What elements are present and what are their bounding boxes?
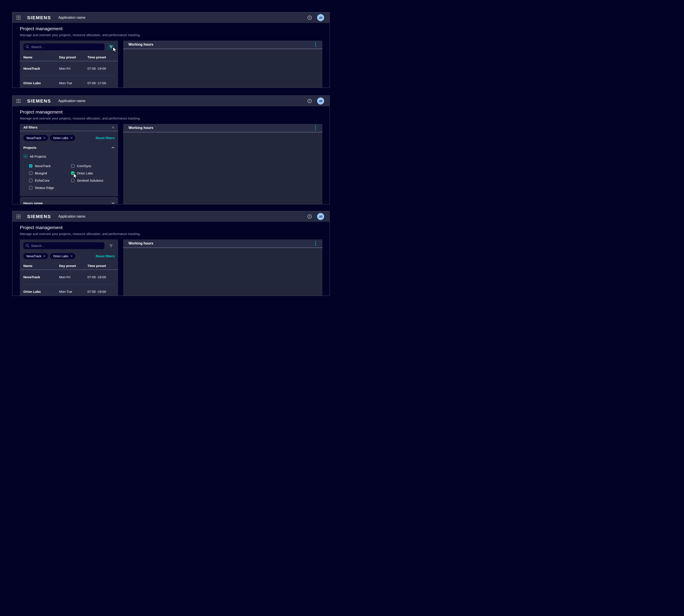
cell-name: NovaTrack bbox=[23, 275, 59, 279]
cell-day: Mon-Fri bbox=[59, 275, 88, 279]
project-checkbox-novatrack[interactable]: NovaTrack bbox=[29, 163, 71, 169]
search-input[interactable] bbox=[23, 242, 105, 249]
avatar[interactable]: JD bbox=[317, 14, 324, 21]
project-checkbox-stratus-edge[interactable]: Stratus Edge bbox=[29, 185, 71, 191]
table-row[interactable]: Orion Labs Mon-Tue 07:00 -17:00 bbox=[23, 75, 115, 88]
all-filters-panel: All filters NovaTrack Orion Labs bbox=[20, 124, 118, 196]
table-row[interactable]: Orion Labs Mon-Tue 07:00 -19:00 bbox=[23, 284, 115, 296]
column-header-name: Name bbox=[23, 264, 59, 268]
working-hours-title: Working hours bbox=[129, 126, 153, 130]
filter-button[interactable] bbox=[107, 242, 115, 249]
checkbox-label: Stratus Edge bbox=[35, 186, 54, 190]
mouse-cursor bbox=[112, 47, 117, 53]
app-header: SIEMENS Application name ? JD bbox=[12, 211, 329, 222]
filter-chip-novatrack[interactable]: NovaTrack bbox=[23, 253, 48, 259]
working-hours-card: Working hours bbox=[123, 41, 322, 88]
projects-section-title: Projects bbox=[23, 146, 36, 150]
table-row[interactable]: NovaTrack Mon-Fri 07:00 -19:00 bbox=[23, 61, 115, 75]
projects-table: Name Day preset Time preset NovaTrack Mo… bbox=[23, 53, 115, 88]
filter-chip-orion-labs[interactable]: Orion Labs bbox=[50, 253, 75, 259]
chevron-down-icon[interactable] bbox=[112, 202, 115, 204]
close-icon[interactable] bbox=[112, 126, 115, 129]
checkbox-label: CoreSync bbox=[77, 164, 91, 168]
chip-label: NovaTrack bbox=[26, 255, 41, 258]
checkbox-label: Orion Labs bbox=[77, 171, 93, 175]
page-subtitle: Manage and oversee your projects, resour… bbox=[20, 33, 322, 37]
siemens-logo: SIEMENS bbox=[27, 214, 51, 219]
app-window-3: SIEMENS Application name ? JD Project ma… bbox=[12, 211, 330, 296]
cell-name: NovaTrack bbox=[23, 67, 59, 70]
cell-name: Orion Labs bbox=[23, 81, 59, 85]
projects-table: Name Day preset Time preset NovaTrack Mo… bbox=[23, 262, 115, 296]
help-icon[interactable]: ? bbox=[307, 16, 312, 20]
checkbox-unchecked-icon[interactable] bbox=[29, 186, 32, 190]
all-filters-title: All filters bbox=[23, 126, 38, 129]
checkbox-label: Sentinel Solutions bbox=[77, 179, 104, 182]
cell-name: Orion Labs bbox=[23, 290, 59, 293]
app-window-1: SIEMENS Application name ? JD Project ma… bbox=[12, 12, 330, 88]
checkbox-indeterminate-icon[interactable] bbox=[24, 155, 27, 158]
page-title: Project management bbox=[20, 26, 322, 31]
svg-text:?: ? bbox=[309, 215, 310, 218]
kebab-menu-icon[interactable] bbox=[314, 126, 317, 130]
table-row[interactable]: NovaTrack Mon-Fri 07:00 -19:00 bbox=[23, 270, 115, 284]
chip-remove-icon[interactable] bbox=[70, 255, 73, 257]
checkbox-unchecked-icon[interactable] bbox=[71, 164, 74, 168]
cell-day: Mon-Tue bbox=[59, 81, 88, 85]
mouse-cursor bbox=[73, 173, 78, 179]
column-header-name: Name bbox=[23, 56, 59, 59]
working-hours-body bbox=[123, 132, 322, 204]
working-hours-body bbox=[123, 49, 322, 88]
reset-filters-link[interactable]: Reset filters bbox=[96, 254, 115, 258]
siemens-logo: SIEMENS bbox=[27, 15, 51, 20]
help-icon[interactable]: ? bbox=[307, 99, 312, 103]
chip-remove-icon[interactable] bbox=[43, 137, 46, 139]
kebab-menu-icon[interactable] bbox=[314, 42, 317, 47]
project-checkbox-echocore[interactable]: EchoCore bbox=[29, 178, 71, 183]
projects-section-header[interactable]: Projects bbox=[23, 145, 115, 151]
hours-range-title: Hours range bbox=[23, 201, 43, 204]
svg-text:?: ? bbox=[309, 16, 310, 19]
checkbox-label: All Projects bbox=[30, 155, 46, 158]
filter-chip-novatrack[interactable]: NovaTrack bbox=[23, 135, 48, 141]
checkbox-unchecked-icon[interactable] bbox=[29, 179, 32, 182]
page-subtitle: Manage and oversee your projects, resour… bbox=[20, 116, 322, 120]
project-checkbox-bluegrid[interactable]: Bluegrid bbox=[29, 171, 71, 176]
application-name: Application name bbox=[59, 16, 86, 20]
chip-remove-icon[interactable] bbox=[70, 137, 73, 139]
avatar[interactable]: JD bbox=[317, 213, 324, 220]
search-icon bbox=[26, 244, 29, 248]
checkbox-unchecked-icon[interactable] bbox=[29, 172, 32, 175]
all-projects-checkbox[interactable]: All Projects bbox=[23, 153, 115, 159]
application-name: Application name bbox=[59, 99, 86, 103]
app-launcher-icon[interactable] bbox=[16, 16, 21, 20]
cell-day: Mon-Fri bbox=[59, 67, 88, 70]
working-hours-title: Working hours bbox=[129, 43, 153, 46]
chevron-up-icon[interactable] bbox=[112, 147, 115, 149]
filter-chip-orion-labs[interactable]: Orion Labs bbox=[50, 135, 75, 141]
reset-filters-link[interactable]: Reset filters bbox=[96, 136, 115, 140]
app-header: SIEMENS Application name ? JD bbox=[12, 96, 329, 106]
search-field[interactable] bbox=[31, 45, 102, 49]
application-name: Application name bbox=[59, 215, 86, 219]
page-title: Project management bbox=[20, 110, 322, 114]
siemens-logo: SIEMENS bbox=[27, 98, 51, 104]
avatar[interactable]: JD bbox=[317, 97, 324, 105]
search-field[interactable] bbox=[31, 244, 102, 248]
search-input[interactable] bbox=[23, 43, 105, 50]
working-hours-card: Working hours bbox=[123, 124, 322, 204]
app-launcher-icon[interactable] bbox=[16, 214, 21, 219]
cell-day: Mon-Tue bbox=[59, 290, 88, 293]
working-hours-body bbox=[123, 248, 322, 296]
checkbox-checked-icon[interactable] bbox=[29, 164, 32, 168]
cell-time: 07:00 -17:00 bbox=[88, 81, 115, 85]
project-checkbox-coresync[interactable]: CoreSync bbox=[71, 163, 115, 169]
svg-text:?: ? bbox=[309, 100, 310, 102]
help-icon[interactable]: ? bbox=[307, 214, 312, 219]
kebab-menu-icon[interactable] bbox=[314, 241, 317, 246]
chip-remove-icon[interactable] bbox=[43, 255, 46, 257]
checkbox-label: Bluegrid bbox=[35, 171, 47, 175]
app-launcher-icon[interactable] bbox=[16, 99, 21, 103]
checkbox-unchecked-icon[interactable] bbox=[71, 179, 74, 182]
hours-range-section-header[interactable]: Hours range bbox=[20, 197, 118, 204]
